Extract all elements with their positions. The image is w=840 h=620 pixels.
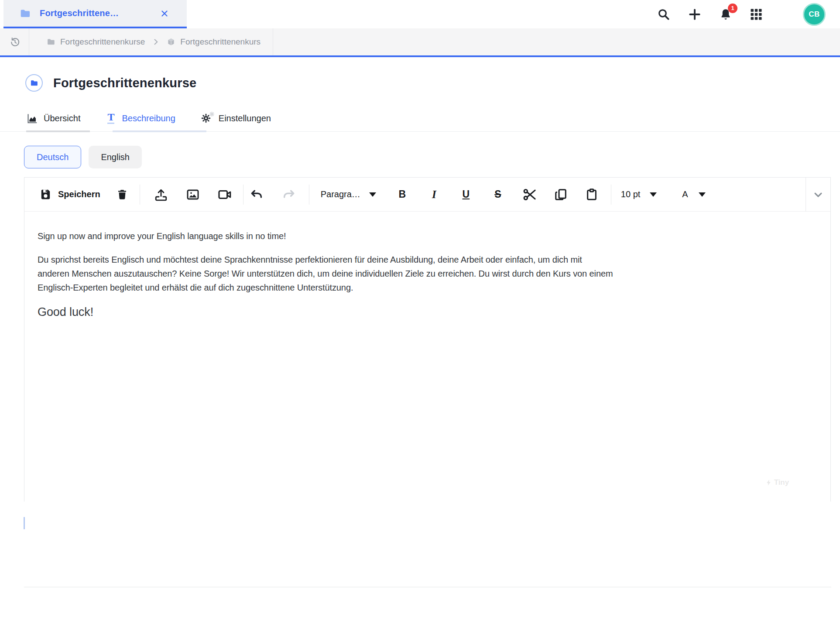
underline-button[interactable]: U [457, 188, 475, 200]
bolt-icon [765, 479, 772, 486]
tab-einstellungen[interactable]: Einstellungen [201, 112, 271, 124]
breadcrumb-label: Fortgeschrittenenkurs [180, 37, 261, 47]
paragraph-line: anderen Menschen auszutauschen? Keine So… [38, 267, 804, 281]
apps-grid-icon[interactable] [750, 8, 763, 21]
history-icon[interactable] [10, 37, 21, 48]
search-icon[interactable] [657, 8, 670, 21]
tab-label: Übersicht [44, 113, 80, 123]
bottom-divider [24, 587, 831, 587]
rich-text-editor: Speichern [24, 177, 831, 502]
paragraph: Sign up now and improve your English lan… [38, 229, 804, 243]
caret-down-icon [699, 192, 706, 197]
tinymce-watermark: Tiny [765, 476, 789, 490]
redo-icon[interactable] [280, 188, 298, 202]
breadcrumb-item-course[interactable]: Fortgeschrittenenkurs [167, 37, 261, 47]
trash-icon[interactable] [113, 188, 131, 201]
chevron-right-icon [151, 38, 160, 46]
folder-icon [47, 38, 55, 46]
paste-icon[interactable] [583, 188, 600, 201]
breadcrumb-item-folder[interactable]: Fortgeschrittenenkurse [47, 37, 145, 47]
breadcrumb-label: Fortgeschrittenenkurse [60, 37, 145, 47]
video-icon[interactable] [216, 187, 233, 202]
language-button-english[interactable]: English [89, 146, 142, 168]
editor-toolbar: Speichern [24, 178, 830, 212]
tab-underline-uebersicht [26, 130, 90, 132]
divider [611, 185, 611, 205]
tab-uebersicht[interactable]: Übersicht [26, 113, 80, 124]
tab-label: Beschreibung [122, 113, 175, 123]
toolbar-more-button[interactable] [806, 178, 830, 211]
chevron-down-icon [812, 188, 824, 201]
divider [29, 28, 29, 55]
close-icon[interactable] [160, 9, 169, 18]
open-tab[interactable]: Fortgeschrittene… [3, 0, 187, 28]
folder-icon [20, 8, 31, 19]
paragraph-line: Du sprichst bereits Englisch und möchtes… [38, 253, 804, 267]
gears-icon [201, 112, 213, 124]
caret-down-icon [650, 192, 657, 197]
cut-icon[interactable] [521, 187, 538, 202]
italic-button[interactable]: I [425, 188, 443, 201]
plus-icon[interactable] [688, 7, 702, 21]
image-icon[interactable] [184, 188, 202, 202]
paragraph-line: Englisch-Experten begleitet und erhälst … [38, 281, 804, 295]
paragraph-dropdown[interactable]: Paragra… [321, 189, 376, 199]
divider [273, 28, 273, 55]
chart-icon [26, 113, 38, 124]
divider [140, 185, 140, 205]
cube-icon [167, 38, 175, 46]
accent-rule [0, 55, 840, 57]
course-folder-icon [25, 74, 43, 92]
divider [309, 185, 309, 205]
editor-content[interactable]: Sign up now and improve your English lan… [24, 212, 830, 502]
save-button[interactable]: Speichern [33, 188, 106, 201]
stray-caret-mark [24, 517, 25, 529]
topbar-actions: 1 CB [657, 0, 840, 28]
avatar[interactable]: CB [803, 3, 826, 26]
caret-down-icon [369, 192, 376, 197]
font-size-dropdown[interactable]: 10 pt [621, 189, 657, 199]
tab-underline-beschreibung [113, 130, 206, 132]
save-label: Speichern [58, 189, 100, 199]
upload-icon[interactable] [152, 187, 170, 202]
language-button-deutsch[interactable]: Deutsch [24, 146, 81, 168]
undo-icon[interactable] [248, 188, 265, 202]
save-icon [39, 188, 52, 201]
page-tabs: Übersicht T Beschreibung Einstellungen [26, 108, 296, 128]
bold-button[interactable]: B [394, 188, 411, 200]
top-bar: Fortgeschrittene… 1 CB [0, 0, 840, 28]
text-icon: T [106, 113, 116, 124]
language-toggle: Deutsch English [24, 146, 142, 168]
bell-icon[interactable]: 1 [719, 8, 732, 21]
divider [243, 185, 243, 205]
page-head: Fortgeschrittenenkurse [25, 74, 196, 92]
strikethrough-button[interactable]: S [489, 188, 507, 200]
tab-beschreibung[interactable]: T Beschreibung [106, 113, 175, 124]
paragraph: Good luck! [38, 304, 804, 320]
notification-badge: 1 [728, 3, 737, 13]
page-title: Fortgeschrittenenkurse [53, 76, 196, 90]
breadcrumb: Fortgeschrittenenkurse Fortgeschrittenen… [0, 28, 840, 55]
text-color-dropdown[interactable]: A [682, 189, 705, 199]
tab-label: Einstellungen [219, 113, 271, 123]
copy-icon[interactable] [552, 188, 569, 201]
tab-title: Fortgeschrittene… [40, 8, 119, 18]
